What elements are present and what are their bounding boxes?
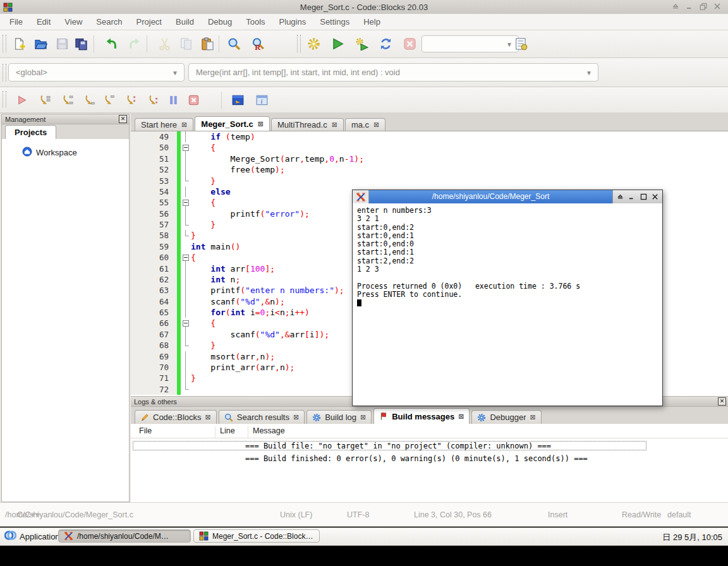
stop-debugger-button[interactable] — [186, 92, 201, 107]
step-into-instruction-button[interactable] — [145, 92, 161, 107]
title-bar[interactable]: Meger_Sort.c - Code::Blocks 20.03 — [0, 0, 728, 14]
fold-margin[interactable] — [181, 252, 191, 263]
open-file-button[interactable] — [32, 35, 49, 52]
logs-tab-debugger[interactable]: Debugger⊠ — [471, 410, 541, 424]
compiler-options-button[interactable] — [512, 35, 530, 52]
code-text[interactable]: { — [191, 142, 728, 153]
fold-margin[interactable] — [181, 197, 191, 208]
xterm-window[interactable]: /home/shiyanlou/Code/Meger_Sort enter n … — [352, 190, 663, 406]
fold-margin[interactable] — [181, 154, 191, 164]
menu-edit[interactable]: Edit — [30, 17, 58, 27]
toolbar-grip[interactable] — [297, 35, 301, 52]
fold-margin[interactable] — [181, 296, 191, 307]
toolbar-grip[interactable] — [3, 35, 6, 52]
tab-close-icon[interactable]: ⊠ — [530, 413, 536, 421]
cut-button[interactable] — [155, 35, 173, 52]
editor-tab-ma-c[interactable]: ma.c⊠ — [345, 118, 385, 131]
redo-button[interactable] — [125, 35, 143, 52]
maximize-window-icon[interactable] — [699, 2, 708, 11]
debug-continue-button[interactable] — [14, 92, 29, 107]
run-to-cursor-button[interactable] — [37, 92, 52, 107]
run-button[interactable] — [329, 35, 346, 52]
menu-search[interactable]: Search — [89, 17, 129, 27]
terminal-maximize-icon[interactable] — [640, 193, 648, 201]
save-file-button[interactable] — [53, 35, 71, 52]
code-line-51[interactable]: 51 Merge_Sort(arr,temp,0,n-1); — [131, 154, 728, 164]
fold-margin[interactable] — [181, 362, 191, 373]
build-message-row[interactable]: === Build file: "no target" in "no proje… — [133, 441, 646, 450]
tab-close-icon[interactable]: ⊠ — [293, 413, 299, 421]
fold-margin[interactable] — [181, 241, 191, 252]
build-and-run-button[interactable] — [353, 35, 370, 52]
fold-margin[interactable] — [181, 329, 191, 340]
step-out-button[interactable] — [101, 92, 116, 107]
menu-help[interactable]: Help — [356, 17, 387, 27]
new-file-button[interactable] — [10, 35, 28, 52]
close-window-icon[interactable] — [713, 2, 722, 11]
build-button[interactable] — [305, 35, 322, 52]
terminal-output[interactable]: enter n numbers:33 2 1start:0,end:2start… — [353, 203, 662, 406]
fold-margin[interactable] — [181, 208, 191, 219]
menu-plugins[interactable]: Plugins — [272, 17, 313, 27]
abort-build-button[interactable] — [401, 35, 418, 52]
logs-tab-build-messages[interactable]: Build messages⊠ — [373, 408, 470, 424]
fold-margin[interactable] — [181, 230, 191, 241]
code-text[interactable]: free(temp); — [191, 164, 728, 175]
minimize-window-icon[interactable] — [685, 2, 694, 11]
editor-tab-multithread-c[interactable]: MultiThread.c⊠ — [271, 118, 344, 131]
logs-tab-search-results[interactable]: Search results⊠ — [219, 410, 305, 424]
rebuild-button[interactable] — [377, 35, 394, 52]
code-line-52[interactable]: 52 free(temp); — [131, 164, 728, 175]
fold-margin[interactable] — [181, 285, 191, 296]
close-panel-icon[interactable]: ✕ — [119, 115, 127, 123]
taskbar-task-1[interactable]: /home/shiyanlou/Code/M… — [58, 529, 191, 543]
fold-margin[interactable] — [181, 164, 191, 175]
menu-settings[interactable]: Settings — [313, 17, 356, 27]
workspace-tree-item[interactable]: Workspace — [22, 147, 129, 159]
editor-tab-meger-sort-c[interactable]: Meger_Sort.c⊠ — [195, 116, 270, 131]
code-line-53[interactable]: 53 } — [131, 176, 728, 186]
function-combo[interactable]: Merge(int arr[], int temp[], int start, … — [188, 63, 598, 81]
terminal-shade-icon[interactable] — [616, 193, 624, 201]
fold-margin[interactable] — [181, 142, 191, 153]
editor-tab-start-here[interactable]: Start here⊠ — [135, 118, 193, 131]
next-line-button[interactable] — [59, 92, 75, 107]
paste-button[interactable] — [198, 35, 216, 52]
fold-margin[interactable] — [181, 340, 191, 351]
fold-margin[interactable] — [181, 307, 191, 318]
shade-window-icon[interactable] — [671, 2, 680, 11]
fold-margin[interactable] — [181, 318, 191, 328]
replace-button[interactable]: R — [249, 35, 267, 52]
terminal-title-bar[interactable]: /home/shiyanlou/Code/Meger_Sort — [353, 190, 662, 203]
find-button[interactable] — [225, 35, 243, 52]
toolbar-grip[interactable] — [3, 91, 6, 107]
terminal-minimize-icon[interactable] — [628, 193, 636, 201]
code-text[interactable]: if (temp) — [191, 131, 728, 142]
menu-view[interactable]: View — [58, 17, 89, 27]
menu-tools[interactable]: Tools — [239, 17, 272, 27]
tab-close-icon[interactable]: ⊠ — [258, 120, 264, 128]
fold-margin[interactable] — [181, 384, 191, 395]
tab-close-icon[interactable]: ⊠ — [181, 121, 187, 129]
step-into-button[interactable] — [82, 92, 97, 107]
taskbar-clock[interactable]: 日 29 5月, 10:05 — [662, 532, 722, 543]
fold-margin[interactable] — [181, 274, 191, 285]
terminal-close-icon[interactable] — [651, 193, 659, 201]
next-instruction-button[interactable] — [123, 92, 138, 107]
tab-close-icon[interactable]: ⊠ — [458, 412, 464, 421]
tab-close-icon[interactable]: ⊠ — [332, 121, 337, 129]
menu-file[interactable]: File — [3, 17, 30, 27]
undo-button[interactable] — [102, 35, 120, 52]
logs-tab-build-log[interactable]: Build log⊠ — [306, 410, 372, 424]
fold-margin[interactable] — [181, 186, 191, 197]
code-text[interactable]: Merge_Sort(arr,temp,0,n-1); — [191, 154, 728, 164]
debugging-windows-button[interactable] — [230, 92, 245, 107]
code-line-49[interactable]: 49 if (temp) — [131, 131, 728, 142]
fold-margin[interactable] — [181, 263, 191, 274]
fold-margin[interactable] — [181, 351, 191, 362]
toolbar-grip[interactable] — [3, 64, 6, 81]
tab-close-icon[interactable]: ⊠ — [360, 413, 366, 421]
build-message-row[interactable]: === Build finished: 0 error(s), 0 warnin… — [133, 454, 646, 463]
fold-margin[interactable] — [181, 176, 191, 186]
copy-button[interactable] — [177, 35, 195, 52]
